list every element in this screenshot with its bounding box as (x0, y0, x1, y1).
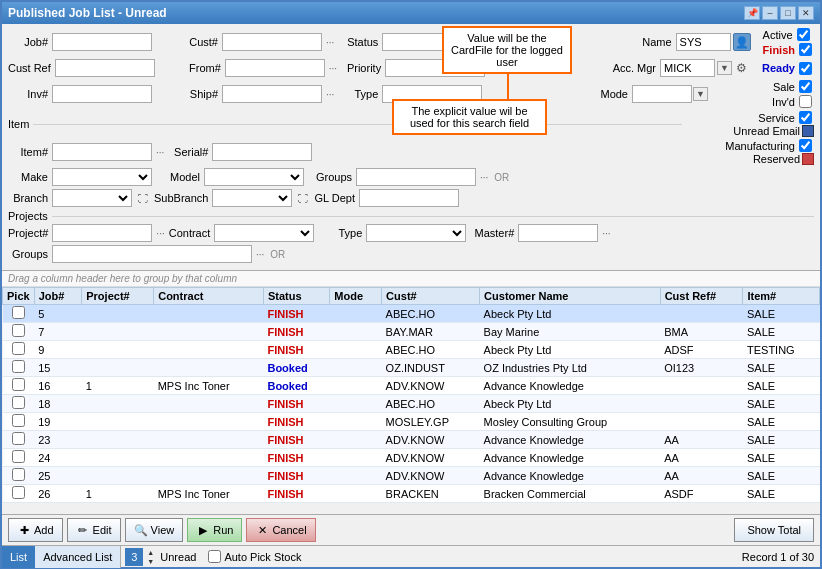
contract-cell (154, 431, 264, 449)
table-row[interactable]: 18 FINISH ABEC.HO Abeck Pty Ltd SALE (3, 395, 820, 413)
from-input[interactable] (225, 59, 325, 77)
col-customer[interactable]: Customer Name (480, 288, 661, 305)
col-status[interactable]: Status (263, 288, 329, 305)
pick-cell[interactable] (3, 413, 35, 431)
type2-dropdown[interactable] (366, 224, 466, 242)
pick-cell[interactable] (3, 341, 35, 359)
table-row[interactable]: 15 Booked OZ.INDUST OZ Industries Pty Lt… (3, 359, 820, 377)
table-row[interactable]: 23 FINISH ADV.KNOW Advance Knowledge AA … (3, 431, 820, 449)
groups-dots[interactable]: ··· (480, 172, 488, 183)
custref-cell: AA (660, 449, 743, 467)
name-input[interactable] (676, 33, 731, 51)
itemnum-dots[interactable]: ··· (156, 147, 164, 158)
active-check-group: Active (763, 28, 814, 41)
col-cust[interactable]: Cust# (382, 288, 480, 305)
user-icon[interactable]: 👤 (733, 33, 751, 51)
master-dots[interactable]: ··· (602, 228, 610, 239)
gear-icon[interactable]: ⚙ (734, 60, 750, 76)
col-job[interactable]: Job# (34, 288, 82, 305)
restore-button[interactable]: □ (780, 6, 796, 20)
pick-cell[interactable] (3, 449, 35, 467)
col-contract[interactable]: Contract (154, 288, 264, 305)
groups2-input[interactable] (52, 245, 252, 263)
pick-cell[interactable] (3, 359, 35, 377)
cancel-button[interactable]: ✕ Cancel (246, 518, 315, 542)
table-row[interactable]: 26 1 MPS Inc Toner FINISH BRACKEN Bracke… (3, 485, 820, 503)
branch-dropdown[interactable] (52, 189, 132, 207)
status-cell: FINISH (263, 467, 329, 485)
mode-input[interactable] (632, 85, 692, 103)
cust-cell: ADV.KNOW (382, 449, 480, 467)
advanced-list-tab[interactable]: Advanced List (35, 546, 121, 568)
badge-arrows[interactable]: ▲ ▼ (147, 548, 154, 566)
pick-cell[interactable] (3, 305, 35, 323)
custref-input[interactable] (55, 59, 155, 77)
pick-cell[interactable] (3, 323, 35, 341)
gl-dept-input[interactable] (359, 189, 459, 207)
itemnum-input[interactable] (52, 143, 152, 161)
minimize-button[interactable]: – (762, 6, 778, 20)
inv-input[interactable] (52, 85, 152, 103)
arrow-down[interactable]: ▼ (147, 557, 154, 566)
manufacturing-checkbox[interactable] (799, 139, 812, 152)
model-dropdown[interactable] (204, 168, 304, 186)
ready-checkbox[interactable] (799, 62, 812, 75)
make-dropdown[interactable] (52, 168, 152, 186)
pick-cell[interactable] (3, 485, 35, 503)
from-dots[interactable]: ··· (329, 63, 337, 74)
job-input[interactable] (52, 33, 152, 51)
item-section-label: Item (8, 118, 29, 130)
project-input[interactable] (52, 224, 152, 242)
branch-icon[interactable]: ⛶ (138, 193, 148, 204)
table-row[interactable]: 5 FINISH ABEC.HO Abeck Pty Ltd SALE (3, 305, 820, 323)
subbranch-icon[interactable]: ⛶ (298, 193, 308, 204)
invd-label: Inv'd (772, 96, 795, 108)
edit-button[interactable]: ✏ Edit (67, 518, 121, 542)
ship-dots[interactable]: ··· (326, 89, 334, 100)
col-item[interactable]: Item# (743, 288, 820, 305)
pick-cell[interactable] (3, 467, 35, 485)
run-button[interactable]: ▶ Run (187, 518, 242, 542)
unread-email-indicator (802, 125, 814, 137)
table-row[interactable]: 25 FINISH ADV.KNOW Advance Knowledge AA … (3, 467, 820, 485)
cust-dots[interactable]: ··· (326, 37, 334, 48)
table-row[interactable]: 9 FINISH ABEC.HO Abeck Pty Ltd ADSF TEST… (3, 341, 820, 359)
pick-cell[interactable] (3, 377, 35, 395)
contract-dropdown[interactable] (214, 224, 314, 242)
project-dots[interactable]: ··· (156, 228, 164, 239)
service-checkbox[interactable] (799, 111, 812, 124)
cust-input[interactable] (222, 33, 322, 51)
col-project[interactable]: Project# (82, 288, 154, 305)
pin-button[interactable]: 📌 (744, 6, 760, 20)
add-button[interactable]: ✚ Add (8, 518, 63, 542)
status-label: Status (338, 36, 378, 48)
table-row[interactable]: 24 FINISH ADV.KNOW Advance Knowledge AA … (3, 449, 820, 467)
pick-cell[interactable] (3, 431, 35, 449)
auto-pick-checkbox[interactable] (208, 550, 221, 563)
view-button[interactable]: 🔍 View (125, 518, 184, 542)
table-row[interactable]: 19 FINISH MOSLEY.GP Mosley Consulting Gr… (3, 413, 820, 431)
job-cell: 9 (34, 341, 82, 359)
serial-input[interactable] (212, 143, 312, 161)
active-checkbox[interactable] (797, 28, 810, 41)
table-row[interactable]: 16 1 MPS Inc Toner Booked ADV.KNOW Advan… (3, 377, 820, 395)
service-check-group: Service (694, 111, 814, 124)
subbranch-dropdown[interactable] (212, 189, 292, 207)
col-custref[interactable]: Cust Ref# (660, 288, 743, 305)
table-row[interactable]: 7 FINISH BAY.MAR Bay Marine BMA SALE (3, 323, 820, 341)
sale-checkbox[interactable] (799, 80, 812, 93)
col-mode[interactable]: Mode (330, 288, 382, 305)
groups-input[interactable] (356, 168, 476, 186)
groups2-dots[interactable]: ··· (256, 249, 264, 260)
list-tab[interactable]: List (2, 546, 35, 568)
acc-mgr-input[interactable] (660, 59, 715, 77)
close-button[interactable]: ✕ (798, 6, 814, 20)
data-table[interactable]: Pick Job# Project# Contract Status Mode … (2, 287, 820, 514)
pick-cell[interactable] (3, 395, 35, 413)
arrow-up[interactable]: ▲ (147, 548, 154, 557)
finish-checkbox[interactable] (799, 43, 812, 56)
master-input[interactable] (518, 224, 598, 242)
invd-checkbox[interactable] (799, 95, 812, 108)
show-total-button[interactable]: Show Total (734, 518, 814, 542)
ship-input[interactable] (222, 85, 322, 103)
